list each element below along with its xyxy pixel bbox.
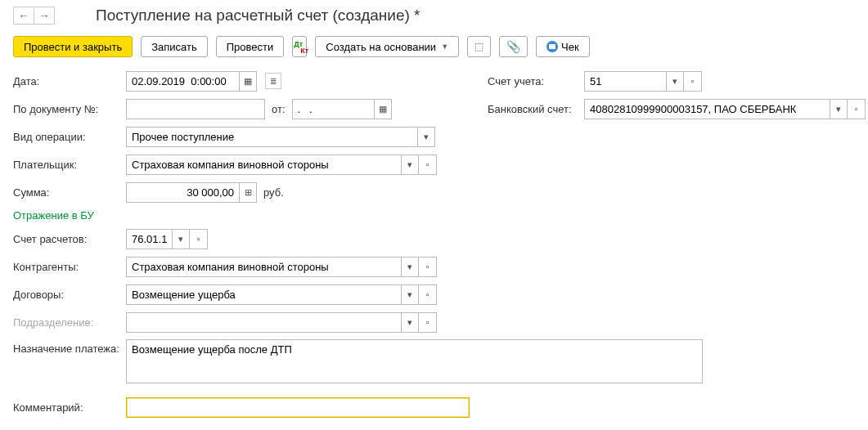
dept-label: Подразделение:: [13, 316, 126, 329]
counterparty-input[interactable]: [126, 257, 401, 277]
docdate-calendar-button[interactable]: ▦: [374, 99, 392, 119]
account-input[interactable]: [126, 229, 172, 249]
dtkt-button[interactable]: ДтКт: [292, 36, 307, 57]
optype-label: Вид операции:: [13, 131, 126, 143]
dept-dropdown-button[interactable]: ▾: [401, 312, 419, 333]
structure-button[interactable]: ⬚: [467, 36, 491, 57]
chevron-down-icon: ▾: [407, 159, 412, 170]
bank-dropdown-button[interactable]: ▾: [830, 99, 848, 119]
counterparty-open-button[interactable]: ▫: [419, 257, 437, 277]
calendar-icon: ▦: [379, 104, 387, 114]
right-column: Счет учета: ▾ ▫ Банковский счет: ▾ ▫: [488, 70, 866, 339]
dept-open-button[interactable]: ▫: [419, 312, 437, 333]
docnum-input[interactable]: [126, 99, 265, 119]
optype-input[interactable]: [126, 127, 417, 147]
open-icon: ▫: [855, 104, 858, 114]
post-and-close-button[interactable]: Провести и закрыть: [13, 36, 133, 57]
sum-units: руб.: [263, 186, 284, 199]
contract-input[interactable]: [126, 284, 401, 305]
left-column: Дата: ▦ ≣ По документу №: от: ▦ Вид опер…: [13, 70, 455, 339]
ledger-input[interactable]: [584, 71, 666, 92]
open-icon: ▫: [426, 159, 430, 169]
post-button[interactable]: Провести: [216, 36, 285, 57]
open-icon: ▫: [197, 234, 200, 244]
paperclip-icon: 📎: [506, 40, 520, 53]
chevron-down-icon: ▾: [836, 104, 841, 114]
toolbar: Провести и закрыть Записать Провести ДтК…: [13, 36, 855, 57]
bank-input[interactable]: [584, 99, 830, 119]
cheque-icon: [546, 41, 558, 52]
ot-label: от:: [272, 103, 286, 115]
date-aux-button[interactable]: ≣: [265, 73, 281, 89]
calendar-icon: ▦: [244, 76, 252, 87]
ledger-open-button[interactable]: ▫: [684, 71, 702, 92]
page-title: Поступление на расчетный счет (создание)…: [96, 7, 421, 25]
counterparty-label: Контрагенты:: [13, 261, 126, 273]
chevron-down-icon: ▾: [178, 234, 183, 244]
contract-open-button[interactable]: ▫: [419, 284, 437, 305]
contract-dropdown-button[interactable]: ▾: [401, 284, 419, 305]
docdate-input[interactable]: [292, 99, 374, 119]
contract-label: Договоры:: [13, 289, 126, 301]
chevron-down-icon: ▾: [407, 289, 412, 300]
docnum-label: По документу №:: [13, 103, 126, 115]
account-open-button[interactable]: ▫: [190, 229, 208, 249]
purpose-textarea[interactable]: [126, 339, 703, 383]
chevron-down-icon: ▼: [441, 43, 448, 51]
purpose-label: Назначение платежа:: [13, 339, 126, 383]
cheque-label: Чек: [561, 41, 579, 53]
structure-icon: ⬚: [474, 41, 483, 52]
bu-section-title: Отражение в БУ: [13, 209, 455, 222]
optype-dropdown-button[interactable]: ▾: [417, 127, 435, 147]
payer-input[interactable]: [126, 155, 401, 175]
date-label: Дата:: [13, 75, 126, 87]
create-based-button[interactable]: Создать на основании ▼: [315, 36, 459, 57]
chevron-down-icon: ▾: [672, 76, 677, 87]
sum-label: Сумма:: [13, 186, 126, 199]
open-icon: ▫: [426, 317, 430, 327]
chevron-down-icon: ▾: [407, 262, 412, 272]
payer-dropdown-button[interactable]: ▾: [401, 155, 419, 175]
chevron-down-icon: ▾: [407, 317, 412, 328]
account-dropdown-button[interactable]: ▾: [172, 229, 190, 249]
sum-input[interactable]: [126, 182, 239, 203]
attach-button[interactable]: 📎: [499, 36, 528, 57]
calendar-button[interactable]: ▦: [239, 71, 257, 92]
open-icon: ▫: [426, 262, 430, 271]
comment-input[interactable]: [126, 397, 470, 418]
bank-label: Банковский счет:: [488, 103, 584, 115]
payer-label: Плательщик:: [13, 159, 126, 171]
ledger-label: Счет учета:: [488, 75, 584, 87]
back-button[interactable]: ←: [13, 7, 34, 25]
cheque-button[interactable]: Чек: [536, 36, 590, 57]
sum-calc-button[interactable]: ⊞: [239, 182, 257, 203]
create-based-label: Создать на основании: [326, 41, 436, 53]
chevron-down-icon: ▾: [424, 132, 429, 142]
bank-open-button[interactable]: ▫: [848, 99, 866, 119]
account-label: Счет расчетов:: [13, 233, 126, 245]
list-icon: ≣: [270, 77, 277, 86]
open-icon: ▫: [426, 289, 430, 299]
payer-open-button[interactable]: ▫: [419, 155, 437, 175]
open-icon: ▫: [691, 76, 695, 86]
forward-button[interactable]: →: [34, 7, 55, 25]
comment-label: Комментарий:: [13, 401, 126, 414]
ledger-dropdown-button[interactable]: ▾: [666, 71, 684, 92]
counterparty-dropdown-button[interactable]: ▾: [401, 257, 419, 277]
date-input[interactable]: [126, 71, 239, 92]
save-button[interactable]: Записать: [141, 36, 208, 57]
calculator-icon: ⊞: [245, 187, 252, 198]
dept-input[interactable]: [126, 312, 401, 333]
